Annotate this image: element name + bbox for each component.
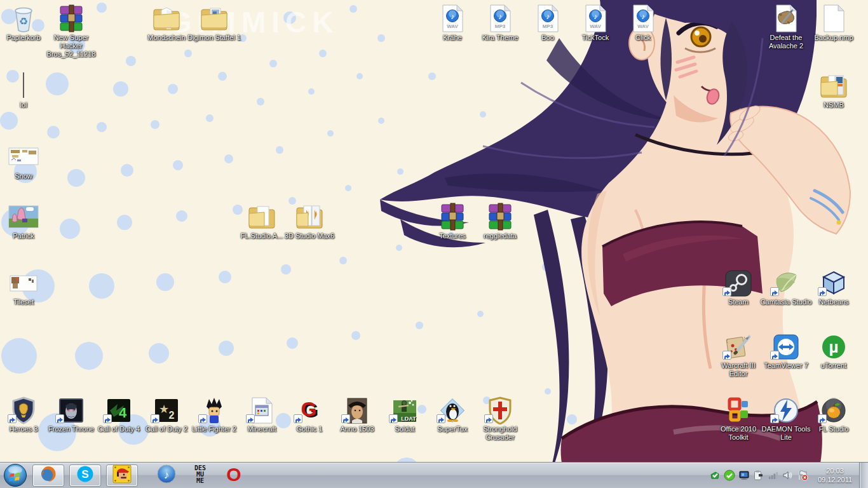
icon-label: Soldat: [395, 425, 414, 433]
svg-text:2: 2: [169, 410, 175, 421]
action-center-flag-icon[interactable]: [796, 468, 810, 482]
svg-text:G: G: [301, 398, 317, 421]
desktop-icon-office-2010-toolkit[interactable]: Office 2010 Toolkit: [712, 395, 765, 442]
frozen-throne-icon: [53, 395, 89, 424]
desktop-icon-click[interactable]: ♪ WAV Click: [616, 4, 670, 42]
desktop-icon-snow[interactable]: Snow: [0, 142, 50, 180]
desktop-icon-fl-studio[interactable]: FL Studio: [807, 395, 860, 433]
desktop-icon-defeat-the-avalache-2[interactable]: Defeat the Avalache 2: [759, 4, 813, 50]
recycle-bin-icon: ♻: [6, 4, 41, 33]
desktop-icon-warcraft-iii-editor[interactable]: Warcraft III Editor: [712, 332, 765, 378]
desktop-icon-reggiedata[interactable]: reggiedata: [473, 202, 527, 240]
icon-label: TickTock: [582, 34, 609, 42]
audio-file-icon: ♪ WAV: [625, 4, 661, 33]
desktop-icon-backup-nmp[interactable]: Backup.nmp: [807, 4, 860, 42]
image-thumbnail-icon: [6, 142, 41, 172]
desktop-icon-stronghold-crusader[interactable]: Stronghold Crusader: [473, 395, 527, 442]
desktop-icon-ticktock[interactable]: ♪ WAV TickTock: [569, 4, 622, 42]
icon-label: Boo: [541, 34, 554, 42]
show-desktop-button[interactable]: [859, 463, 868, 488]
icon-label: Call of Duty 2: [146, 425, 187, 433]
icon-label: Frozen Throne: [48, 425, 94, 433]
image-thumbnail-icon: [6, 202, 41, 231]
desktop-icon-lol[interactable]: lol: [0, 71, 50, 109]
desktop-icon-heroes-3[interactable]: Heroes 3: [0, 395, 50, 433]
desktop-icon-gothic-1[interactable]: G G Anno 1503 Gothic 1: [283, 395, 336, 433]
taskbar-opera-button[interactable]: O: [220, 463, 248, 488]
desktop-icon-minecraft[interactable]: Minecraft: [235, 395, 288, 433]
security-ok-icon[interactable]: [722, 468, 736, 482]
desktop-icon-new-super-hacker-bros[interactable]: New Super Hacker Bros_52_11218: [44, 4, 98, 58]
icon-label: Kira Theme: [482, 34, 519, 42]
desktop-icon-call-of-duty-2[interactable]: ★ 2 Call of Duty 2: [140, 395, 193, 433]
icon-label: DAEMON Tools Lite: [759, 425, 813, 442]
icon-label: Stronghold Crusader: [473, 425, 527, 442]
shortcut-arrow-icon: [55, 414, 64, 423]
shortcut-arrow-icon: [8, 414, 17, 423]
desktop-icon-soldat[interactable]: LDAT Soldat: [378, 395, 431, 433]
desktop-icon-patrick[interactable]: Patrick: [0, 202, 50, 240]
desktop-icon-3d-studio-max6[interactable]: 3D Studio Max6: [283, 202, 336, 240]
desktop-icon-utorrent[interactable]: µ uTorrent: [807, 332, 860, 370]
display-settings-icon[interactable]: [737, 468, 751, 482]
network-signal-icon[interactable]: [766, 468, 780, 482]
desktop-icon-steam[interactable]: Steam: [712, 268, 765, 306]
icon-label: Minecraft: [247, 425, 276, 433]
desktop-icon-boo[interactable]: ♪ MP3 Boo: [521, 4, 574, 42]
crusader-shield-icon: [482, 395, 518, 424]
folder-icon: [149, 4, 184, 33]
shortcut-arrow-icon: [103, 414, 112, 423]
svg-text:MP3: MP3: [495, 24, 506, 29]
svg-text:♪: ♪: [164, 469, 170, 481]
icon-label: Defeat the Avalache 2: [759, 34, 813, 50]
volume-icon[interactable]: [781, 468, 795, 482]
svg-text:♪: ♪: [593, 12, 597, 21]
taskbar-desmume-button[interactable]: DES MU ME: [186, 463, 214, 488]
icon-label: Backup.nmp: [814, 34, 853, 42]
desktop-icon-little-fighter-2[interactable]: Little Fighter 2: [187, 395, 241, 433]
taskbar-itunes-button[interactable]: ♪: [153, 463, 180, 488]
desktop-icon-call-of-duty-4[interactable]: 4 Call of Duty 4: [92, 395, 146, 433]
desktop-icon-camtasia-studio[interactable]: Camtasia Studio: [759, 268, 813, 306]
minecraft-icon: [244, 395, 280, 424]
svg-text:♪: ♪: [546, 12, 550, 21]
icon-label: Anno 1503: [340, 425, 374, 433]
desktop-icon-tileset[interactable]: Tileset: [0, 268, 50, 306]
taskbar-mario-emulator-button[interactable]: [107, 465, 137, 486]
svg-text:♪: ♪: [451, 12, 454, 21]
taskbar-skype-button[interactable]: S: [70, 465, 100, 486]
desktop-icon-anno-1503[interactable]: Anno 1503: [330, 395, 384, 433]
icon-label: Krähe: [443, 34, 461, 42]
power-plug-icon[interactable]: [752, 468, 766, 482]
desktop-icon-netbeans[interactable]: Netbeans: [807, 268, 860, 306]
audio-file-icon: ♪ MP3: [530, 4, 566, 33]
desktop-icon-supertux[interactable]: SuperTux: [426, 395, 479, 433]
svg-text:LDAT: LDAT: [401, 416, 416, 422]
desktop-icon-fl-studio-a[interactable]: FL.Studio.A...: [235, 202, 288, 240]
desktop-icon-mondschein[interactable]: Mondschein: [140, 4, 193, 42]
svg-text:♻: ♻: [19, 16, 28, 27]
svg-text:WAV: WAV: [447, 24, 458, 29]
desktop-icon-frozen-throne[interactable]: Frozen Throne: [44, 395, 98, 433]
green-check-app-icon[interactable]: [708, 468, 722, 482]
taskbar-clock[interactable]: 20:03 09.12.2011: [814, 466, 856, 484]
desktop-icon-daemon-tools-lite[interactable]: DAEMON Tools Lite: [759, 395, 813, 442]
desktop-icon-nsmb[interactable]: NSMB: [807, 71, 860, 109]
desktop-icon-teamviewer-7[interactable]: TeamViewer 7: [759, 332, 813, 370]
svg-text:ME: ME: [196, 477, 204, 484]
desktop-icon-textures[interactable]: Textures: [426, 202, 479, 240]
desktop-icon-kraehe[interactable]: ♪ WAV Krähe: [426, 4, 479, 42]
skype-icon: S: [76, 464, 95, 486]
taskbar-firefox-button[interactable]: [33, 465, 64, 486]
icon-label: lol: [20, 101, 27, 109]
desktop-icon-papierkorb[interactable]: ♻ Papierkorb: [0, 4, 50, 42]
folder-picture-icon: [196, 4, 232, 33]
desktop-icon-kira-theme[interactable]: ♪ MP3 Kira Theme: [473, 4, 527, 42]
desktop-icon-digimon-staffel-1[interactable]: Digimon Staffel 1: [187, 4, 241, 42]
gothic-icon: G G: [292, 395, 327, 424]
image-thumbnail-icon: [6, 268, 41, 297]
icon-label: Gothic 1: [297, 425, 323, 433]
steam-icon: [721, 268, 756, 297]
warcraft-editor-icon: [721, 332, 756, 361]
start-button[interactable]: [3, 463, 27, 487]
